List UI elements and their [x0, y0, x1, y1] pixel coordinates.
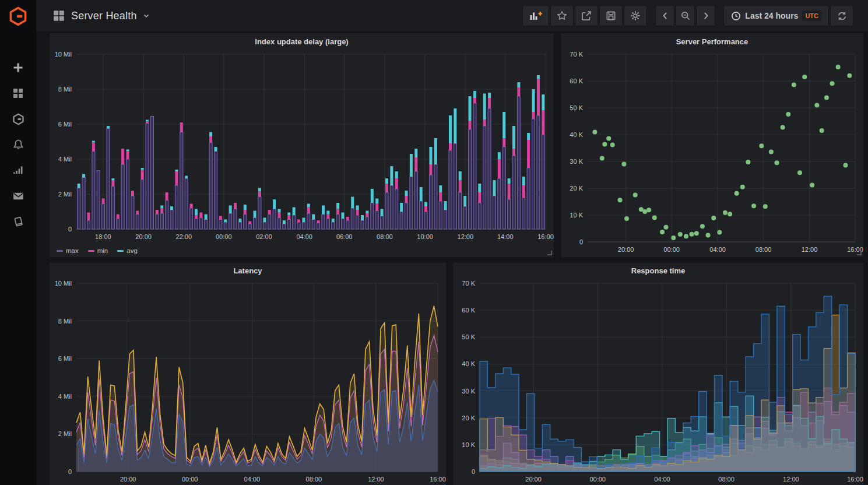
- panel-resize-handle[interactable]: [857, 251, 862, 255]
- legend-label-min: min: [97, 247, 108, 254]
- svg-text:4 Mil: 4 Mil: [58, 393, 72, 400]
- sidebar-item-add[interactable]: [0, 55, 36, 80]
- panel-latency: Latency 02 Mil4 Mil6 Mil8 Mil10 Mil20:00…: [50, 262, 446, 485]
- grafana-logo-icon: [8, 6, 29, 27]
- svg-text:22:00: 22:00: [176, 233, 192, 240]
- svg-text:04:00: 04:00: [244, 476, 261, 483]
- chevron-down-icon: [143, 12, 150, 19]
- svg-text:30 K: 30 K: [570, 158, 583, 165]
- svg-text:00:00: 00:00: [182, 476, 198, 483]
- legend-swatch-max: [57, 250, 63, 252]
- svg-text:20:00: 20:00: [618, 246, 634, 253]
- settings-button[interactable]: [624, 5, 647, 26]
- svg-text:0: 0: [68, 226, 72, 233]
- chart-legend: max min avg: [50, 244, 554, 257]
- svg-text:20:00: 20:00: [120, 476, 136, 483]
- svg-text:60 K: 60 K: [570, 78, 583, 85]
- sidebar-item-docs[interactable]: [0, 209, 36, 234]
- save-button[interactable]: [599, 5, 623, 26]
- sidebar-item-dashboards[interactable]: [0, 80, 36, 106]
- legend-item-min[interactable]: min: [88, 247, 108, 254]
- legend-label-avg: avg: [126, 247, 138, 254]
- svg-text:08:00: 08:00: [718, 476, 735, 483]
- panel-title[interactable]: Index update delay (large): [50, 36, 554, 50]
- svg-text:30 K: 30 K: [462, 388, 475, 395]
- legend-label-max: max: [66, 247, 79, 254]
- zoom-out-button[interactable]: [676, 5, 695, 26]
- save-icon: [605, 10, 617, 22]
- plus-icon: [12, 62, 24, 73]
- svg-text:04:00: 04:00: [296, 233, 312, 240]
- svg-text:2 Mil: 2 Mil: [58, 430, 72, 437]
- svg-text:0: 0: [472, 468, 475, 475]
- svg-text:06:00: 06:00: [336, 233, 353, 240]
- panel-server-performance: Server Performance 010 K20 K30 K40 K50 K…: [561, 33, 863, 257]
- sidebar-item-messages[interactable]: [0, 183, 36, 209]
- gear-icon: [630, 10, 641, 22]
- time-range-button[interactable]: Last 24 hours UTC: [723, 5, 829, 26]
- legend-item-avg[interactable]: avg: [117, 247, 138, 254]
- svg-text:70 K: 70 K: [462, 280, 475, 287]
- svg-text:50 K: 50 K: [462, 333, 475, 340]
- svg-text:0: 0: [68, 468, 72, 475]
- svg-text:00:00: 00:00: [589, 476, 606, 483]
- svg-text:6 Mil: 6 Mil: [58, 355, 72, 362]
- svg-text:12:00: 12:00: [458, 233, 474, 240]
- svg-text:10 K: 10 K: [570, 212, 583, 219]
- envelope-icon: [12, 190, 24, 202]
- panel-resize-handle[interactable]: [547, 251, 552, 255]
- add-panel-button[interactable]: [522, 5, 549, 26]
- sidebar-nav: [0, 55, 36, 234]
- panel-title[interactable]: Latency: [50, 265, 446, 279]
- legend-item-max[interactable]: max: [57, 247, 79, 254]
- legend-swatch-avg: [117, 250, 124, 252]
- svg-text:12:00: 12:00: [783, 476, 799, 483]
- panel-title[interactable]: Response time: [453, 265, 863, 279]
- svg-text:8 Mil: 8 Mil: [58, 86, 72, 93]
- legend-swatch-min: [88, 250, 94, 252]
- zoom-out-icon: [680, 10, 691, 21]
- svg-text:10:00: 10:00: [417, 233, 433, 240]
- sidebar-item-alerting[interactable]: [0, 132, 36, 157]
- svg-text:18:00: 18:00: [95, 233, 111, 240]
- star-button[interactable]: [550, 5, 574, 26]
- svg-text:10 K: 10 K: [462, 441, 475, 448]
- svg-text:10 Mil: 10 Mil: [55, 51, 72, 58]
- chevron-left-icon: [660, 11, 670, 20]
- svg-text:08:00: 08:00: [377, 233, 393, 240]
- response-time-chart[interactable]: 010 K20 K30 K40 K50 K60 K70 K20:0000:000…: [453, 279, 863, 485]
- svg-text:50 K: 50 K: [570, 104, 583, 111]
- svg-text:4 Mil: 4 Mil: [58, 156, 72, 163]
- svg-text:00:00: 00:00: [216, 233, 232, 240]
- svg-text:12:00: 12:00: [802, 246, 818, 253]
- chevron-right-icon: [701, 11, 711, 20]
- sidebar-item-metrics[interactable]: [0, 157, 36, 183]
- svg-text:00:00: 00:00: [663, 246, 680, 253]
- svg-text:40 K: 40 K: [570, 131, 583, 138]
- time-forward-button[interactable]: [696, 5, 715, 26]
- svg-text:20:00: 20:00: [525, 476, 542, 483]
- dashboard-title-button[interactable]: Server Health: [52, 9, 150, 22]
- sidebar: [0, 0, 36, 485]
- signal-bars-icon: [12, 164, 24, 176]
- svg-text:60 K: 60 K: [462, 307, 475, 314]
- refresh-icon: [837, 10, 848, 22]
- dashboard-header: Server Health: [36, 0, 868, 32]
- latency-chart[interactable]: 02 Mil4 Mil6 Mil8 Mil10 Mil20:0000:0004:…: [50, 279, 446, 485]
- index-update-delay-chart[interactable]: 02 Mil4 Mil6 Mil8 Mil10 Mil18:0020:0022:…: [50, 50, 554, 244]
- time-back-button[interactable]: [655, 5, 674, 26]
- time-range-label: Last 24 hours: [745, 11, 798, 20]
- svg-text:2 Mil: 2 Mil: [58, 191, 72, 198]
- svg-text:16:00: 16:00: [537, 233, 554, 240]
- page-title: Server Health: [71, 10, 137, 22]
- sidebar-item-plugins[interactable]: [0, 106, 36, 132]
- share-button[interactable]: [575, 5, 598, 26]
- refresh-button[interactable]: [830, 5, 853, 26]
- svg-text:08:00: 08:00: [755, 246, 772, 253]
- grafana-logo[interactable]: [0, 0, 36, 33]
- panel-title[interactable]: Server Performance: [561, 36, 863, 50]
- share-icon: [581, 10, 592, 22]
- server-performance-chart[interactable]: 010 K20 K30 K40 K50 K60 K70 K20:0000:000…: [561, 50, 863, 257]
- svg-text:16:00: 16:00: [847, 476, 863, 483]
- bell-icon: [12, 139, 24, 151]
